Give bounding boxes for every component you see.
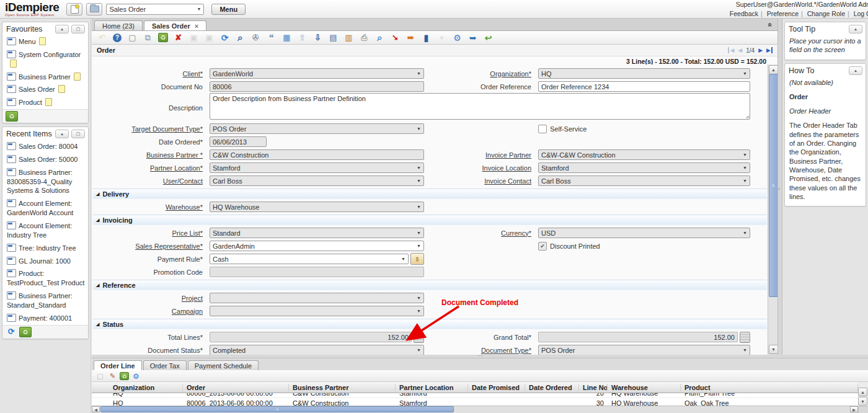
menu-lookup-icon[interactable]: ▥: [341, 32, 356, 43]
invoice-location-select[interactable]: Stamford▼: [538, 162, 750, 173]
undo-icon[interactable]: ↶: [94, 32, 110, 43]
new-window-button[interactable]: [66, 3, 82, 16]
favourite-item-system-configurator[interactable]: System Configurator: [2, 48, 88, 71]
invoice-contact-select[interactable]: Carl Boss▼: [538, 175, 750, 186]
last-record-icon[interactable]: ▶: [766, 47, 773, 53]
recent-item[interactable]: Sales Order: 80004: [2, 140, 88, 153]
tab-sales-order[interactable]: Sales Order ×: [144, 20, 206, 30]
favourite-item-business-partner[interactable]: Business Partner: [2, 71, 88, 84]
delete-recent-icon[interactable]: ♻: [19, 327, 32, 337]
recent-item[interactable]: Payment: 400001: [2, 312, 88, 325]
save-create-icon[interactable]: ▣: [202, 32, 217, 43]
partner-location-select[interactable]: Stamford▼: [210, 162, 424, 173]
price-list-select[interactable]: Standard▼: [210, 228, 424, 238]
favourites-maximize-button[interactable]: ▢: [71, 25, 85, 33]
howto-collapse-button[interactable]: ▴: [849, 66, 862, 75]
sales-representative-select[interactable]: GardenAdmin▼: [210, 241, 424, 251]
column-header[interactable]: Date Ordered: [525, 384, 579, 391]
business-partner-input[interactable]: C&W Construction: [210, 149, 424, 160]
refresh-icon[interactable]: ⟳: [6, 327, 17, 336]
document-status-select[interactable]: Completed▼: [210, 345, 424, 355]
calculator-icon[interactable]: [414, 332, 424, 343]
feedback-link[interactable]: Feedback: [730, 10, 758, 17]
menu-button[interactable]: Menu: [211, 4, 246, 15]
help-icon[interactable]: ?: [113, 33, 122, 42]
collapse-all-icon[interactable]: «: [766, 22, 775, 27]
column-header[interactable]: Business Partner: [289, 384, 396, 391]
column-header[interactable]: Date Promised: [468, 384, 525, 391]
open-folder-button[interactable]: [86, 3, 102, 16]
payment-rule-select[interactable]: Cash▼: [210, 254, 409, 264]
tab-payment-schedule[interactable]: Payment Schedule: [188, 360, 259, 370]
process-icon[interactable]: ⚙: [450, 32, 465, 43]
section-status[interactable]: ◢Status: [93, 319, 767, 329]
campaign-select[interactable]: ▼: [210, 306, 424, 316]
scroll-up-icon[interactable]: ▲: [769, 65, 777, 74]
previous-record-icon[interactable]: ◀: [738, 47, 742, 53]
scroll-down-icon[interactable]: ▼: [769, 345, 777, 354]
first-record-icon[interactable]: ◀: [728, 47, 734, 53]
tab-order-line[interactable]: Order Line: [94, 360, 142, 370]
chat-icon[interactable]: ❝: [264, 32, 279, 43]
column-header[interactable]: Organization: [109, 384, 183, 391]
vertical-splitter[interactable]: ‹: [777, 19, 782, 355]
end-window-icon[interactable]: ↩: [480, 32, 496, 43]
recent-item[interactable]: Account Element: GardenWorld Account: [2, 197, 88, 220]
recent-item[interactable]: Business Partner: Standard_Standard: [2, 290, 88, 312]
tooltip-collapse-button[interactable]: ▴: [849, 25, 862, 33]
print-preview-icon[interactable]: ⌕: [372, 32, 388, 43]
column-header[interactable]: Warehouse: [608, 384, 681, 391]
resize-grip-icon[interactable]: ◢: [746, 114, 749, 119]
recent-item[interactable]: Product: TestProduct_Test Product: [2, 267, 88, 290]
invoice-partner-select[interactable]: C&W-C&W Construction▼: [538, 149, 750, 160]
preference-link[interactable]: Preference: [767, 10, 799, 17]
check-requests-icon[interactable]: ➠: [403, 32, 418, 43]
print-icon[interactable]: ⎙: [356, 32, 372, 43]
edit-icon[interactable]: ✎: [107, 371, 118, 381]
record-info-icon[interactable]: ▤: [326, 32, 341, 43]
refresh-icon[interactable]: ⟳: [217, 32, 232, 43]
scrollbar-thumb[interactable]: ≡: [100, 406, 454, 412]
tab-home[interactable]: Home (23): [94, 20, 143, 30]
column-header[interactable]: Partner Location: [396, 384, 468, 391]
detail-vertical-scrollbar[interactable]: ▲ ▼: [858, 388, 867, 406]
detail-horizontal-scrollbar[interactable]: ◀ ≡ ▶: [92, 406, 858, 413]
document-no-input[interactable]: 80006: [210, 81, 424, 92]
new-record-icon[interactable]: ▢: [125, 32, 140, 43]
copy-record-icon[interactable]: ⧉: [140, 32, 156, 43]
organization-select[interactable]: HQ▼: [538, 68, 750, 79]
column-header[interactable]: Product: [681, 384, 858, 391]
recent-item[interactable]: Account Element: Industry Tree: [2, 220, 88, 242]
date-ordered-input[interactable]: 06/06/2013: [210, 136, 267, 147]
description-textarea[interactable]: Order Description from Business Partner …: [210, 93, 750, 120]
favourite-item-sales-order[interactable]: Sales Order: [2, 83, 88, 96]
detail-record-icon[interactable]: ⇩: [310, 32, 326, 43]
workflow-icon[interactable]: ➘: [388, 32, 403, 43]
change-role-link[interactable]: Change Role: [807, 10, 845, 17]
next-record-icon[interactable]: ▶: [758, 47, 763, 53]
logout-link[interactable]: Log Out: [854, 10, 868, 17]
form-scrollbar[interactable]: ▲ ≡ ▼: [768, 64, 777, 355]
user-contact-select[interactable]: Carl Boss▼: [210, 175, 424, 186]
discount-printed-checkbox[interactable]: ✔: [538, 242, 547, 251]
section-reference[interactable]: ◢Reference: [93, 280, 767, 290]
order-reference-input[interactable]: Order Reference 1234: [538, 81, 750, 92]
delete-favourite-icon[interactable]: ♻: [6, 111, 18, 122]
recent-item[interactable]: GL Journal: 1000: [2, 255, 88, 268]
scrollbar-thumb[interactable]: ≡: [769, 74, 777, 297]
process-icon[interactable]: ⚙: [131, 371, 141, 381]
project-select[interactable]: ▼: [210, 293, 424, 303]
delete-record-icon[interactable]: ♻: [158, 33, 168, 42]
table-row-clipped[interactable]: HQ 80006_2013-06-06 00:00:00 C&W Constru…: [92, 393, 858, 398]
favourites-collapse-button[interactable]: ▴: [55, 25, 69, 33]
currency-select[interactable]: USD▼: [538, 228, 750, 238]
grid-toggle-icon[interactable]: ▦: [279, 32, 294, 43]
target-document-type-select[interactable]: POS Order▼: [210, 123, 424, 134]
favourite-item-product[interactable]: Product: [2, 96, 88, 109]
favourite-item-menu[interactable]: Menu: [2, 35, 88, 48]
save-icon[interactable]: ▣: [186, 32, 202, 43]
self-service-checkbox[interactable]: [538, 125, 547, 133]
recent-item[interactable]: Business Partner: 830085359-4_Quality Sy…: [2, 166, 88, 198]
calculator-icon[interactable]: [740, 332, 750, 343]
parent-record-icon[interactable]: ⇧: [294, 32, 310, 43]
